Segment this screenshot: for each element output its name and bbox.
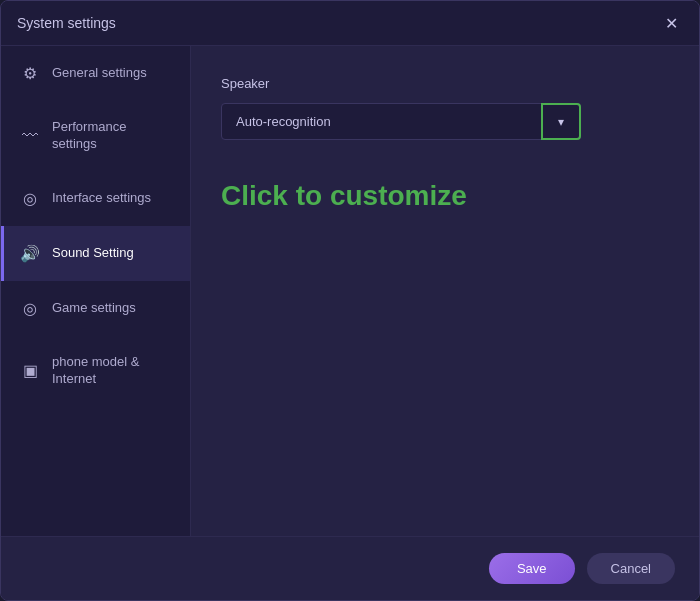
footer: Save Cancel	[1, 536, 699, 600]
content-area: Speaker Auto-recognition ▾ Click to cust…	[191, 46, 699, 536]
phone-icon: ▣	[20, 361, 40, 380]
close-button[interactable]: ✕	[659, 11, 683, 35]
speaker-section-label: Speaker	[221, 76, 669, 91]
sidebar-item-interface[interactable]: ◎ Interface settings	[1, 171, 190, 226]
click-to-customize-text: Click to customize	[221, 180, 669, 212]
sidebar-item-performance[interactable]: 〰 Performance settings	[1, 101, 190, 171]
sidebar-item-general[interactable]: ⚙ General settings	[1, 46, 190, 101]
sidebar-label-sound: Sound Setting	[52, 245, 134, 262]
title-bar: System settings ✕	[1, 1, 699, 46]
sidebar: ⚙ General settings 〰 Performance setting…	[1, 46, 191, 536]
save-button[interactable]: Save	[489, 553, 575, 584]
system-settings-window: System settings ✕ ⚙ General settings 〰 P…	[0, 0, 700, 601]
sidebar-label-general: General settings	[52, 65, 147, 82]
window-title: System settings	[17, 15, 116, 31]
sidebar-item-sound[interactable]: 🔊 Sound Setting	[1, 226, 190, 281]
cancel-button[interactable]: Cancel	[587, 553, 675, 584]
game-icon: ◎	[20, 299, 40, 318]
speaker-dropdown-wrapper: Auto-recognition ▾	[221, 103, 581, 140]
speaker-dropdown[interactable]: Auto-recognition	[221, 103, 581, 140]
sound-icon: 🔊	[20, 244, 40, 263]
performance-icon: 〰	[20, 127, 40, 145]
sidebar-label-interface: Interface settings	[52, 190, 151, 207]
sidebar-item-game[interactable]: ◎ Game settings	[1, 281, 190, 336]
sidebar-item-phone[interactable]: ▣ phone model & Internet	[1, 336, 190, 406]
sidebar-label-performance: Performance settings	[52, 119, 174, 153]
main-layout: ⚙ General settings 〰 Performance setting…	[1, 46, 699, 536]
sidebar-label-game: Game settings	[52, 300, 136, 317]
interface-icon: ◎	[20, 189, 40, 208]
sidebar-label-phone: phone model & Internet	[52, 354, 174, 388]
general-icon: ⚙	[20, 64, 40, 83]
